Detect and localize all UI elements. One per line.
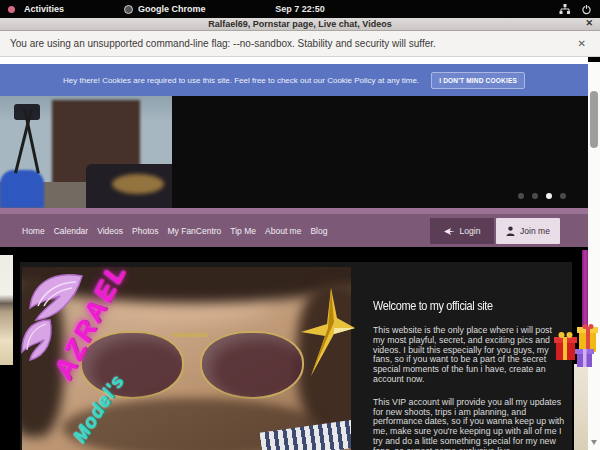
chrome-warning-bar: You are using an unsupported command-lin…	[0, 31, 600, 57]
desktop-top-bar: Activities Google Chrome Sep 7 22:50	[0, 0, 600, 18]
carousel-dot-2[interactable]	[532, 193, 538, 199]
window-close-button[interactable]: ✕	[585, 18, 593, 28]
nav-item-blog[interactable]: Blog	[310, 226, 327, 236]
gift-boxes-decoration	[554, 324, 599, 368]
gold-star-decoration	[301, 288, 355, 376]
login-button[interactable]: Login	[430, 218, 494, 244]
warning-close-button[interactable]: ✕	[578, 38, 586, 49]
window-title-bar: Ralfael69, Pornstar page, Live chat, Vid…	[0, 18, 600, 31]
app-menu-button[interactable]: Google Chrome	[120, 0, 210, 18]
carousel-dot-3-active[interactable]	[546, 193, 552, 199]
page-top-margin	[0, 57, 588, 64]
welcome-paragraph-1: This website is the only place where i w…	[373, 326, 565, 385]
site-navigation: Home Calendar Videos Photos My FanCentro…	[0, 214, 588, 247]
activities-button[interactable]: Activities	[20, 0, 68, 18]
join-me-button[interactable]: Join me	[496, 218, 560, 244]
sunglasses-bridge	[172, 333, 208, 337]
background-image-right-sliver	[574, 364, 588, 450]
welcome-heading: Welcome to my official site	[373, 298, 534, 313]
background-image-left-sliver	[0, 255, 13, 365]
scrollbar[interactable]	[588, 62, 600, 450]
clock[interactable]: Sep 7 22:50	[0, 4, 600, 14]
nav-item-tipme[interactable]: Tip Me	[230, 226, 256, 236]
nav-item-calendar[interactable]: Calendar	[54, 226, 89, 236]
carousel-dot-1[interactable]	[518, 193, 524, 199]
system-tray	[559, 4, 600, 15]
photo-blanket	[112, 174, 164, 194]
carousel-dots	[518, 193, 566, 199]
nav-item-fancentro[interactable]: My FanCentro	[168, 226, 222, 236]
welcome-paragraph-2: This VIP account will provide you all my…	[373, 398, 565, 450]
photo-blue-object	[0, 170, 44, 208]
chrome-icon	[124, 5, 133, 14]
nav-item-photos[interactable]: Photos	[132, 226, 158, 236]
main-content-panel: AZRAEL Model's Welcome to my official si…	[20, 262, 572, 450]
nav-item-home[interactable]: Home	[22, 226, 45, 236]
power-icon[interactable]	[581, 4, 592, 15]
scrollbar-thumb[interactable]	[590, 91, 598, 148]
sunglasses-lens	[200, 331, 304, 399]
nav-links: Home Calendar Videos Photos My FanCentro…	[22, 226, 327, 236]
notification-dot-icon	[8, 6, 15, 13]
network-icon[interactable]	[559, 4, 571, 15]
cookie-accept-button[interactable]: I DON'T MIND COOKIES	[431, 72, 525, 89]
hero-carousel	[0, 96, 588, 208]
login-arrow-icon	[444, 227, 455, 236]
scrollbar-down-arrow[interactable]	[591, 440, 597, 445]
cookie-consent-bar: Hey there! Cookies are required to use t…	[0, 64, 588, 96]
nav-item-aboutme[interactable]: About me	[265, 226, 301, 236]
activities-label: Activities	[24, 4, 64, 14]
login-label: Login	[460, 226, 481, 236]
carousel-slide-photo	[0, 96, 172, 208]
app-menu-label: Google Chrome	[138, 4, 206, 14]
carousel-dot-4[interactable]	[560, 193, 566, 199]
nav-item-videos[interactable]: Videos	[97, 226, 123, 236]
welcome-section: Welcome to my official site This website…	[373, 262, 565, 450]
warning-text: You are using an unsupported command-lin…	[10, 38, 436, 49]
person-icon	[506, 226, 515, 236]
join-me-label: Join me	[520, 226, 550, 236]
window-title: Ralfael69, Pornstar page, Live chat, Vid…	[208, 19, 391, 29]
cookie-message: Hey there! Cookies are required to use t…	[63, 76, 419, 85]
